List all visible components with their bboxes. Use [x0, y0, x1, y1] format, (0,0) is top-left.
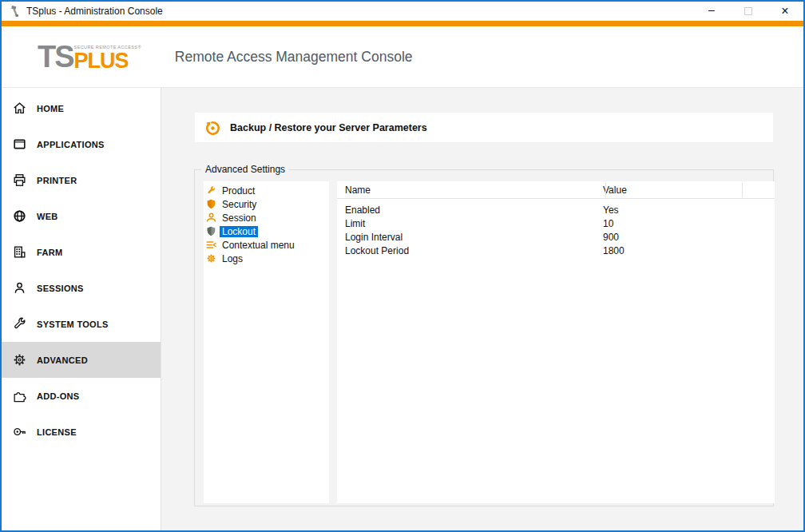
tree-item-logs[interactable]: Logs: [204, 252, 329, 265]
sidebar-item-label: HOME: [37, 104, 64, 113]
sidebar-item-add-ons[interactable]: ADD-ONS: [2, 378, 161, 414]
settings-table: Name Value Enabled Yes Limit 10: [337, 181, 775, 503]
groupbox-title: Advanced Settings: [201, 164, 289, 175]
tree-item-security[interactable]: Security: [204, 197, 329, 211]
user-icon: [206, 212, 216, 223]
table-header: Name Value: [337, 181, 775, 199]
setting-name: Enabled: [337, 204, 603, 216]
tree-item-product[interactable]: Product: [204, 184, 329, 197]
sidebar-item-label: SESSIONS: [37, 284, 84, 293]
tree-item-label: Logs: [220, 253, 245, 264]
title-bar[interactable]: TSplus - Administration Console – ×: [2, 2, 803, 21]
setting-value: 10: [603, 218, 613, 229]
sidebar-item-label: PRINTER: [37, 176, 77, 185]
license-key-icon: [11, 424, 27, 440]
sessions-icon: [11, 280, 27, 296]
column-divider[interactable]: [605, 183, 606, 197]
column-header-name[interactable]: Name: [337, 185, 603, 196]
home-icon: [11, 101, 27, 117]
table-row[interactable]: Limit 10: [337, 216, 775, 230]
content-area: HOME APPLICATIONS: [2, 88, 803, 530]
sidebar-item-web[interactable]: WEB: [2, 198, 161, 234]
advanced-settings-group: Advanced Settings Product: [194, 169, 774, 506]
sidebar-item-farm[interactable]: FARM: [2, 234, 161, 270]
sidebar-item-label: ADVANCED: [37, 355, 88, 365]
main-panel: Backup / Restore your Server Parameters …: [161, 88, 803, 530]
setting-value: 900: [603, 232, 619, 243]
farm-icon: [11, 244, 27, 260]
minimize-icon: –: [708, 6, 715, 14]
settings-tree: Product Security: [204, 181, 329, 503]
add-ons-puzzle-icon: [11, 388, 27, 404]
app-icon: [8, 5, 21, 18]
printer-icon: [11, 173, 27, 189]
sidebar-item-advanced[interactable]: ADVANCED: [2, 342, 161, 378]
close-button[interactable]: ×: [767, 2, 803, 21]
column-divider[interactable]: [742, 183, 743, 197]
window-controls: – ×: [693, 2, 803, 21]
sidebar-item-label: ADD-ONS: [37, 391, 79, 401]
tree-item-label: Contextual menu: [220, 240, 297, 251]
accent-bar: [2, 21, 803, 26]
banner-label: Backup / Restore your Server Parameters: [230, 122, 427, 133]
setting-name: Login Interval: [337, 232, 603, 243]
column-header-value[interactable]: Value: [603, 185, 627, 196]
maximize-button[interactable]: [730, 2, 767, 21]
sidebar-item-label: APPLICATIONS: [37, 140, 105, 149]
sidebar-item-label: SYSTEM TOOLS: [37, 320, 109, 329]
wrench-icon: [206, 185, 216, 196]
table-body: Enabled Yes Limit 10 Login Interval 900: [337, 199, 775, 257]
tsplus-logo: TS SECURE REMOTE ACCESS® PLUS: [38, 42, 141, 72]
logo-ts-text: TS: [38, 42, 73, 72]
logo-plus-text: PLUS: [74, 50, 141, 72]
advanced-gear-icon: [11, 352, 27, 368]
app-window: TSplus - Administration Console – × TS S…: [0, 0, 805, 532]
sidebar-item-printer[interactable]: PRINTER: [2, 162, 161, 198]
setting-value: Yes: [603, 204, 619, 216]
sidebar-item-applications[interactable]: APPLICATIONS: [2, 126, 161, 162]
sidebar-nav: HOME APPLICATIONS: [2, 88, 161, 530]
table-row[interactable]: Login Interval 900: [337, 230, 775, 244]
close-icon: ×: [781, 4, 788, 18]
page-title: Remote Access Management Console: [175, 49, 413, 66]
sidebar-item-license[interactable]: LICENSE: [2, 414, 161, 450]
shield-orange-icon: [206, 199, 216, 209]
minimize-button[interactable]: –: [693, 2, 730, 21]
setting-name: Limit: [337, 218, 603, 229]
tree-item-lockout[interactable]: Lockout: [204, 224, 329, 238]
sidebar-item-home[interactable]: HOME: [2, 90, 161, 126]
table-row[interactable]: Lockout Period 1800: [337, 244, 775, 257]
restore-icon: [203, 118, 221, 137]
web-icon: [11, 208, 27, 224]
tree-item-session[interactable]: Session: [204, 211, 329, 224]
setting-value: 1800: [603, 245, 625, 256]
sidebar-item-label: WEB: [37, 212, 58, 221]
menu-list-icon: [206, 240, 216, 250]
applications-icon: [11, 137, 27, 153]
tree-item-label: Security: [220, 199, 259, 210]
tree-item-label: Session: [220, 212, 259, 224]
gear-icon: [206, 253, 216, 264]
shield-gray-icon: [206, 226, 216, 236]
app-header: TS SECURE REMOTE ACCESS® PLUS Remote Acc…: [2, 26, 803, 88]
tree-item-label: Product: [220, 185, 257, 197]
sidebar-item-system-tools[interactable]: SYSTEM TOOLS: [2, 306, 161, 342]
tree-item-label: Lockout: [220, 226, 258, 237]
sidebar-item-label: LICENSE: [37, 427, 77, 437]
sidebar-item-label: FARM: [37, 248, 62, 257]
table-row[interactable]: Enabled Yes: [337, 203, 775, 216]
sidebar-item-sessions[interactable]: SESSIONS: [2, 270, 161, 306]
setting-name: Lockout Period: [337, 245, 603, 256]
window-title: TSplus - Administration Console: [26, 6, 693, 17]
backup-restore-banner[interactable]: Backup / Restore your Server Parameters: [195, 113, 773, 142]
system-tools-icon: [11, 316, 27, 332]
tree-item-contextual-menu[interactable]: Contextual menu: [204, 238, 329, 252]
maximize-icon: [744, 7, 752, 15]
